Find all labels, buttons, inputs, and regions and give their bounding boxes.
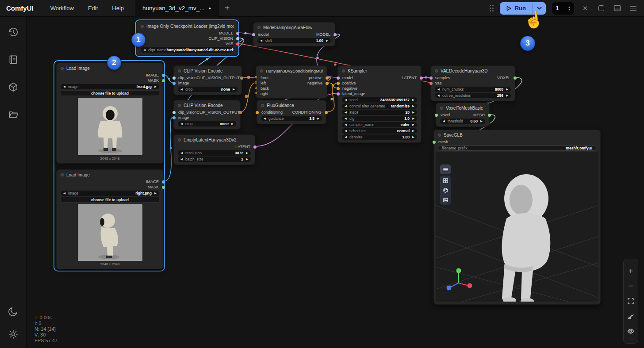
combo-right-arrow[interactable]: ▶	[506, 94, 508, 97]
widget-denoise[interactable]: ◀denoise1.00▶	[342, 134, 417, 140]
widget-num-chunks[interactable]: ◀num_chunks8000▶	[435, 87, 511, 92]
node-collapse-dot[interactable]	[342, 69, 345, 73]
combo-left-arrow[interactable]: ◀	[345, 104, 347, 108]
output-slot-model[interactable]	[236, 32, 239, 35]
combo-right-arrow[interactable]: ▶	[154, 191, 157, 195]
output-slot-mask[interactable]	[162, 186, 165, 189]
input-slot-mesh[interactable]	[433, 141, 436, 144]
bottom-panel-toggle[interactable]	[612, 4, 622, 13]
widget-filename-prefix[interactable]: filename_prefixmesh/ComfyUI	[438, 145, 596, 151]
combo-right-arrow[interactable]: ▶	[231, 122, 234, 126]
widget-guidance[interactable]: ◀guidance3.5▶	[261, 116, 322, 121]
combo-left-arrow[interactable]: ◀	[345, 111, 347, 114]
theme-toggle-icon[interactable]	[8, 306, 19, 317]
widget-cfg[interactable]: ◀cfg1.0▶	[342, 116, 417, 121]
node-collapse-dot[interactable]	[61, 67, 64, 70]
input-slot-left[interactable]	[255, 81, 257, 84]
input-slot-latent-image[interactable]	[337, 92, 340, 96]
widget-scheduler[interactable]: ◀schedulernormal▶	[342, 128, 417, 134]
node-collapse-dot[interactable]	[178, 104, 181, 107]
output-slot-mask[interactable]	[162, 79, 165, 82]
node-hunyuan3dv2-conditioning-multiview[interactable]: Hunyuan3Dv2ConditioningMultiView frontpo…	[256, 65, 327, 99]
mesh-3d-viewport[interactable]	[436, 152, 598, 302]
input-slot-clip-vision[interactable]	[172, 111, 176, 114]
widget-crop[interactable]: ◀cropnone▶	[178, 87, 238, 92]
input-slot-vae[interactable]	[429, 82, 433, 85]
viewport-palette-icon[interactable]	[440, 185, 451, 195]
zoom-in-button[interactable]: +	[624, 264, 638, 279]
combo-left-arrow[interactable]: ◀	[345, 117, 347, 120]
node-clip-vision-encode-1[interactable]: CLIP Vision Encode clip_visionCLIP_VISIO…	[173, 65, 242, 95]
output-slot-image[interactable]	[162, 74, 165, 77]
combo-right-arrow[interactable]: ▶	[317, 117, 319, 120]
combo-right-arrow[interactable]: ▶	[412, 135, 414, 139]
output-slot-clip-vision-output[interactable]	[240, 76, 243, 80]
widget-octree-resolution[interactable]: ◀octree_resolution256▶	[435, 93, 511, 98]
input-slot-positive[interactable]	[337, 82, 340, 85]
input-slot-clip-vision[interactable]	[172, 76, 176, 80]
node-flux-guidance[interactable]: FluxGuidance conditioningCONDITIONING ◀g…	[257, 100, 326, 124]
input-slot-front[interactable]	[255, 76, 257, 78]
combo-left-arrow[interactable]: ◀	[180, 157, 183, 161]
input-slot-image[interactable]	[172, 116, 176, 119]
node-collapse-dot[interactable]	[178, 138, 181, 141]
output-slot-clip-vision-output[interactable]	[239, 111, 242, 114]
batch-count-stepper[interactable]: 1▲▼	[552, 2, 574, 15]
combo-right-arrow[interactable]: ▶	[506, 88, 508, 91]
combo-right-arrow[interactable]: ▶	[246, 157, 248, 161]
combo-left-arrow[interactable]: ◀	[63, 85, 65, 88]
combo-left-arrow[interactable]: ◀	[180, 122, 183, 126]
output-slot-image[interactable]	[162, 180, 165, 184]
combo-right-arrow[interactable]: ▶	[412, 111, 414, 114]
combo-left-arrow[interactable]: ◀	[264, 117, 266, 120]
node-image-only-checkpoint-loader[interactable]: Image Only Checkpoint Loader (img2vid mo…	[136, 21, 238, 56]
app-logo[interactable]: ComfyUI	[0, 4, 43, 12]
viewport-menu-icon[interactable]	[440, 164, 451, 174]
node-voxel-to-mesh-basic[interactable]: VoxelToMeshBasic voxelMESH ◀threshold0.6…	[436, 103, 490, 127]
widget-crop[interactable]: ◀cropnone▶	[178, 121, 236, 126]
combo-left-arrow[interactable]: ◀	[143, 48, 146, 52]
widget-image[interactable]: ◀imageright.png▶	[61, 191, 159, 196]
input-slot-back[interactable]	[255, 87, 257, 89]
menu-help[interactable]: Help	[105, 5, 131, 11]
sidebar-history-icon[interactable]	[8, 27, 19, 38]
combo-left-arrow[interactable]: ◀	[437, 94, 440, 97]
node-model-sampling-auraflow[interactable]: ModelSamplingAuraFlow modelMODEL ◀shift1…	[253, 22, 335, 46]
node-load-image-right[interactable]: Load Image IMAGE MASK ◀imageright.png▶ c…	[56, 169, 164, 269]
sidebar-node-library-icon[interactable]	[8, 54, 19, 65]
combo-right-arrow[interactable]: ▶	[412, 123, 414, 126]
combo-left-arrow[interactable]: ◀	[345, 123, 347, 126]
combo-left-arrow[interactable]: ◀	[345, 129, 347, 133]
combo-left-arrow[interactable]: ◀	[63, 191, 65, 195]
new-workflow-tab-button[interactable]: +	[218, 3, 236, 13]
widget-shift[interactable]: ◀shift1.00▶	[257, 38, 331, 43]
combo-left-arrow[interactable]: ◀	[180, 151, 183, 155]
stepper-down-icon[interactable]: ▼	[568, 8, 571, 11]
input-slot-image[interactable]	[172, 82, 176, 85]
combo-right-arrow[interactable]: ▶	[326, 39, 328, 42]
node-load-image-front[interactable]: Load Image IMAGE MASK ◀imagefront.jpg▶ c…	[56, 63, 164, 164]
sidebar-workflows-icon[interactable]	[8, 109, 19, 120]
combo-left-arrow[interactable]: ◀	[180, 88, 183, 91]
fit-view-button[interactable]	[624, 294, 638, 309]
combo-right-arrow[interactable]: ▶	[154, 85, 157, 88]
viewport-image-icon[interactable]	[440, 195, 451, 205]
combo-right-arrow[interactable]: ▶	[412, 98, 414, 102]
input-slot-model[interactable]	[252, 33, 255, 36]
workflow-tab[interactable]: hunyuan_3d_v2_mv_...●	[135, 0, 218, 17]
output-slot-latent[interactable]	[420, 76, 423, 80]
widget-resolution[interactable]: ◀resolution3072▶	[178, 150, 251, 156]
input-slot-right[interactable]	[255, 92, 257, 94]
node-collapse-dot[interactable]	[260, 69, 263, 73]
combo-left-arrow[interactable]: ◀	[437, 88, 440, 91]
output-slot-voxel[interactable]	[514, 76, 517, 80]
input-slot-voxel[interactable]	[435, 114, 438, 117]
stepper-arrows[interactable]: ▲▼	[568, 6, 571, 11]
viewport-grid-icon[interactable]	[440, 176, 451, 185]
pan-select-button[interactable]	[624, 309, 638, 324]
input-slot-samples[interactable]	[429, 76, 433, 80]
choose-file-button[interactable]: choose file to upload	[61, 90, 159, 96]
input-slot-model[interactable]	[337, 76, 340, 80]
node-collapse-dot[interactable]	[440, 107, 443, 110]
combo-right-arrow[interactable]: ▶	[412, 117, 414, 120]
